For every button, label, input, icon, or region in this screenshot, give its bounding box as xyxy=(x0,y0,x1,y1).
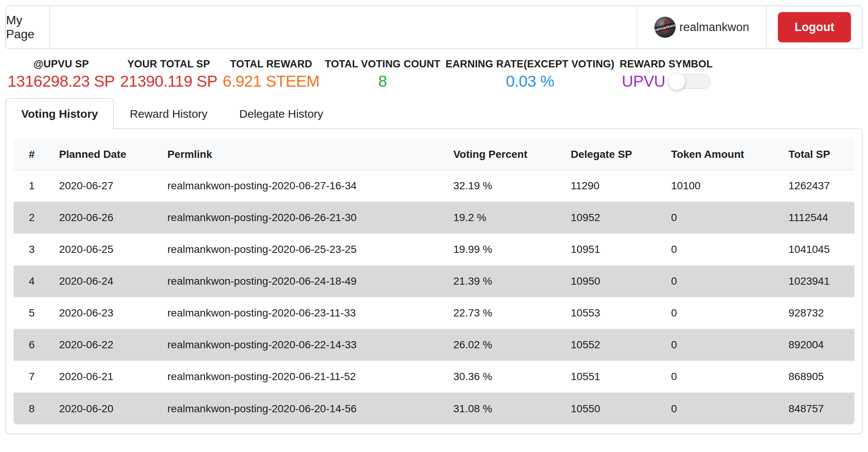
table-row: 72020-06-21realmankwon-posting-2020-06-2… xyxy=(14,361,854,393)
table-row: 52020-06-23realmankwon-posting-2020-06-2… xyxy=(14,297,854,329)
table-cell: 32.19 % xyxy=(438,170,556,202)
stat-label: REWARD SYMBOL xyxy=(620,58,713,70)
table-cell: 0 xyxy=(656,202,773,234)
table-row: 22020-06-26realmankwon-posting-2020-06-2… xyxy=(14,202,854,234)
avatar: realmankwon xyxy=(654,17,676,38)
stat-total-reward: TOTAL REWARD 6.921 STEEM xyxy=(223,58,320,90)
col-header-index: # xyxy=(14,139,44,170)
table-cell: 1023941 xyxy=(773,265,854,297)
reward-symbol-toggle[interactable] xyxy=(668,74,711,89)
tab-delegate-history[interactable]: Delegate History xyxy=(223,98,339,129)
stat-value: 1316298.23 SP xyxy=(8,72,115,90)
table-cell: 10952 xyxy=(556,202,656,234)
stat-earning-rate: EARNING RATE(EXCEPT VOTING) 0.03 % xyxy=(446,58,615,90)
voting-history-table-wrap: # Planned Date Permlink Voting Percent D… xyxy=(14,139,854,424)
table-cell: 11290 xyxy=(556,170,656,202)
table-cell: 0 xyxy=(656,234,773,265)
table-cell: 10550 xyxy=(556,393,656,424)
tab-reward-history[interactable]: Reward History xyxy=(114,98,223,129)
stat-total-voting-count: TOTAL VOTING COUNT 8 xyxy=(325,58,440,90)
col-header-permlink: Permlink xyxy=(152,139,438,170)
table-cell: 2020-06-22 xyxy=(44,329,152,361)
table-cell: 19.2 % xyxy=(438,202,556,234)
stat-value: 8 xyxy=(325,72,440,90)
stat-reward-symbol: REWARD SYMBOL UPVU xyxy=(620,58,713,90)
table-cell: 10950 xyxy=(556,265,656,297)
table-cell: 1112544 xyxy=(773,202,854,234)
stat-label: @UPVU SP xyxy=(8,58,115,70)
table-cell: 6 xyxy=(14,329,44,361)
stats-row: @UPVU SP 1316298.23 SP YOUR TOTAL SP 213… xyxy=(8,58,713,90)
table-row: 12020-06-27realmankwon-posting-2020-06-2… xyxy=(14,170,854,202)
table-cell: 10552 xyxy=(556,329,656,361)
table-cell: 0 xyxy=(656,361,773,393)
top-navbar: My Page realmankwon realmankwon Logout xyxy=(5,5,863,49)
table-cell: 19.99 % xyxy=(438,234,556,265)
tab-bar: Voting History Reward History Delegate H… xyxy=(5,98,863,129)
table-cell: realmankwon-posting-2020-06-22-14-33 xyxy=(152,329,438,361)
table-cell: 10551 xyxy=(556,361,656,393)
voting-history-table: # Planned Date Permlink Voting Percent D… xyxy=(14,139,854,424)
stat-label: TOTAL VOTING COUNT xyxy=(325,58,440,70)
stat-upvu-sp: @UPVU SP 1316298.23 SP xyxy=(8,58,115,90)
col-header-planned-date: Planned Date xyxy=(44,139,152,170)
logout-cell: Logout xyxy=(766,6,862,48)
table-cell: 2020-06-26 xyxy=(44,202,152,234)
table-cell: realmankwon-posting-2020-06-21-11-52 xyxy=(152,361,438,393)
table-cell: realmankwon-posting-2020-06-25-23-25 xyxy=(152,234,438,265)
username-label: realmankwon xyxy=(679,20,749,34)
table-row: 42020-06-24realmankwon-posting-2020-06-2… xyxy=(14,265,854,297)
table-cell: 21.39 % xyxy=(438,265,556,297)
table-cell: 2020-06-21 xyxy=(44,361,152,393)
tab-voting-history[interactable]: Voting History xyxy=(5,98,114,129)
stat-value: UPVU xyxy=(622,72,711,90)
table-cell: 31.08 % xyxy=(438,393,556,424)
stat-value: 6.921 STEEM xyxy=(223,72,320,90)
stat-value: 0.03 % xyxy=(446,72,615,90)
col-header-delegate-sp: Delegate SP xyxy=(556,139,656,170)
table-cell: 0 xyxy=(656,393,773,424)
table-cell: 0 xyxy=(656,329,773,361)
table-cell: 1041045 xyxy=(773,234,854,265)
table-body: 12020-06-27realmankwon-posting-2020-06-2… xyxy=(14,170,854,424)
table-cell: 5 xyxy=(14,297,44,329)
table-cell: 2 xyxy=(14,202,44,234)
table-cell: 0 xyxy=(656,265,773,297)
col-header-total-sp: Total SP xyxy=(773,139,854,170)
table-cell: 30.36 % xyxy=(438,361,556,393)
logout-button[interactable]: Logout xyxy=(778,12,851,42)
table-cell: realmankwon-posting-2020-06-26-21-30 xyxy=(152,202,438,234)
avatar-watermark: realmankwon xyxy=(654,22,676,33)
table-cell: 4 xyxy=(14,265,44,297)
table-cell: 2020-06-23 xyxy=(44,297,152,329)
table-cell: 2020-06-24 xyxy=(44,265,152,297)
stat-label: EARNING RATE(EXCEPT VOTING) xyxy=(446,58,615,70)
reward-symbol-value: UPVU xyxy=(622,72,665,90)
table-cell: realmankwon-posting-2020-06-23-11-33 xyxy=(152,297,438,329)
table-cell: 2020-06-25 xyxy=(44,234,152,265)
table-row: 62020-06-22realmankwon-posting-2020-06-2… xyxy=(14,329,854,361)
table-cell: 26.02 % xyxy=(438,329,556,361)
table-cell: 2020-06-27 xyxy=(44,170,152,202)
table-cell: 0 xyxy=(656,297,773,329)
table-cell: 1262437 xyxy=(773,170,854,202)
table-row: 82020-06-20realmankwon-posting-2020-06-2… xyxy=(14,393,854,424)
stat-your-total-sp: YOUR TOTAL SP 21390.119 SP xyxy=(120,58,217,90)
table-cell: 892004 xyxy=(773,329,854,361)
page-title-label: My Page xyxy=(6,13,49,41)
table-row: 32020-06-25realmankwon-posting-2020-06-2… xyxy=(14,234,854,265)
toggle-knob-icon xyxy=(668,73,685,90)
table-cell: 10951 xyxy=(556,234,656,265)
table-cell: 848757 xyxy=(773,393,854,424)
table-cell: 10100 xyxy=(656,170,773,202)
col-header-voting-percent: Voting Percent xyxy=(438,139,556,170)
col-header-token-amount: Token Amount xyxy=(656,139,773,170)
user-menu[interactable]: realmankwon realmankwon xyxy=(637,6,766,48)
table-cell: 7 xyxy=(14,361,44,393)
stat-value: 21390.119 SP xyxy=(120,72,217,90)
table-cell: 22.73 % xyxy=(438,297,556,329)
stat-label: TOTAL REWARD xyxy=(223,58,320,70)
table-cell: 1 xyxy=(14,170,44,202)
table-cell: 8 xyxy=(14,393,44,424)
table-cell: 3 xyxy=(14,234,44,265)
